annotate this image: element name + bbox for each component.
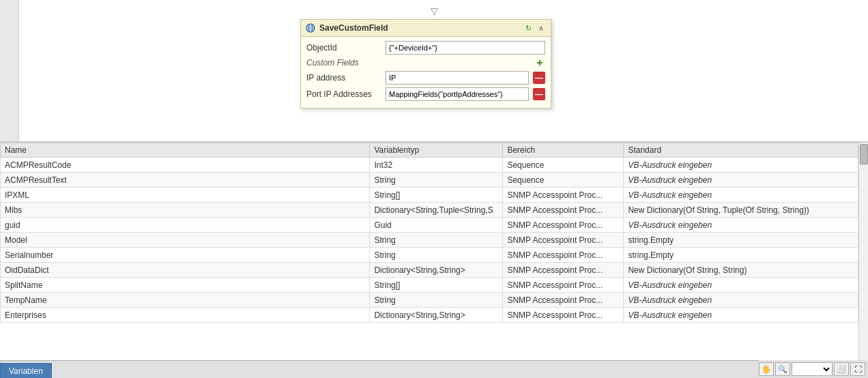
- cell-area: Sequence: [503, 158, 624, 173]
- port-row: Port IP Addresses —: [306, 87, 545, 101]
- cell-standard: VB-Ausdruck eingeben: [624, 218, 858, 233]
- cell-name: Mibs: [1, 203, 370, 218]
- col-header-area: Bereich: [503, 143, 624, 158]
- objectid-row: ObjectId: [306, 41, 545, 55]
- save-custom-field-dialog: SaveCustomField ↻ ∧ ObjectId Custom Fiel…: [300, 19, 551, 108]
- col-header-type: Variablentyp: [370, 143, 503, 158]
- cell-area: Sequence: [503, 173, 624, 188]
- cell-name: guid: [1, 218, 370, 233]
- table-row[interactable]: ACMPResultCodeInt32SequenceVB-Ausdruck e…: [1, 158, 858, 173]
- variables-table: Name Variablentyp Bereich Standard ACMPR…: [0, 143, 858, 323]
- cell-name: TempName: [1, 293, 370, 308]
- zoom-select[interactable]: [792, 362, 833, 376]
- cell-standard: VB-Ausdruck eingeben: [624, 293, 858, 308]
- cell-name: ACMPResultText: [1, 173, 370, 188]
- tab-variablen[interactable]: Variablen: [0, 363, 52, 378]
- dialog-body: ObjectId Custom Fields + IP address — Po…: [301, 37, 551, 108]
- cell-type: String[]: [370, 188, 503, 203]
- refresh-button[interactable]: ↻: [523, 23, 534, 33]
- cell-type: Dictionary<String,String>: [370, 308, 503, 323]
- cell-standard: VB-Ausdruck eingeben: [624, 308, 858, 323]
- cell-standard: string.Empty: [624, 248, 858, 263]
- table-row[interactable]: SplitNameString[]SNMP Accesspoint Proc..…: [1, 278, 858, 293]
- globe-icon: [305, 23, 316, 33]
- port-input[interactable]: [386, 87, 529, 101]
- dialog-title: SaveCustomField: [319, 23, 388, 33]
- remove-port-button[interactable]: —: [533, 88, 545, 100]
- ip-row: IP address —: [306, 71, 545, 85]
- table-row[interactable]: SerialnumberStringSNMP Accesspoint Proc.…: [1, 248, 858, 263]
- cell-name: OidDataDict: [1, 263, 370, 278]
- cell-type: String: [370, 248, 503, 263]
- cell-type: Dictionary<String,Tuple<String,S: [370, 203, 503, 218]
- custom-fields-label: Custom Fields: [306, 58, 359, 68]
- dialog-title-buttons: ↻ ∧: [523, 23, 547, 33]
- table-row[interactable]: EnterprisesDictionary<String,String>SNMP…: [1, 308, 858, 323]
- cell-type: Int32: [370, 158, 503, 173]
- objectid-label: ObjectId: [306, 43, 381, 53]
- cell-type: String: [370, 293, 503, 308]
- canvas-area: ▽ SaveCustomField: [0, 0, 868, 142]
- table-row[interactable]: guidGuidSNMP Accesspoint Proc...VB-Ausdr…: [1, 218, 858, 233]
- cell-standard: VB-Ausdruck eingeben: [624, 158, 858, 173]
- cell-type: String: [370, 173, 503, 188]
- cell-standard: New Dictionary(Of String, Tuple(Of Strin…: [624, 203, 858, 218]
- cell-type: Guid: [370, 218, 503, 233]
- cell-name: SplitName: [1, 278, 370, 293]
- port-label: Port IP Addresses: [306, 89, 381, 99]
- chevron-down-icon: ▽: [431, 5, 438, 16]
- remove-ip-button[interactable]: —: [533, 72, 545, 84]
- cell-standard: string.Empty: [624, 233, 858, 248]
- table-area: Name Variablentyp Bereich Standard ACMPR…: [0, 142, 868, 360]
- dialog-title-left: SaveCustomField: [305, 23, 388, 33]
- collapse-button[interactable]: ∧: [536, 23, 547, 33]
- bottom-toolbar: 🖐 🔍 ⬜ ⛶: [759, 360, 868, 378]
- table-row[interactable]: TempNameStringSNMP Accesspoint Proc...VB…: [1, 293, 858, 308]
- cell-name: Model: [1, 233, 370, 248]
- col-header-name: Name: [1, 143, 370, 158]
- cell-standard: VB-Ausdruck eingeben: [624, 173, 858, 188]
- add-field-button[interactable]: +: [534, 57, 545, 68]
- cell-standard: VB-Ausdruck eingeben: [624, 278, 858, 293]
- scrollbar-thumb[interactable]: [860, 144, 868, 164]
- table-scroll-area[interactable]: Name Variablentyp Bereich Standard ACMPR…: [0, 143, 858, 360]
- left-sidebar: [0, 0, 19, 141]
- custom-fields-header: Custom Fields +: [306, 57, 545, 68]
- cursor-tool-button[interactable]: 🖐: [759, 362, 774, 376]
- cell-area: SNMP Accesspoint Proc...: [503, 308, 624, 323]
- cell-type: String: [370, 233, 503, 248]
- cell-area: SNMP Accesspoint Proc...: [503, 233, 624, 248]
- search-tool-button[interactable]: 🔍: [775, 362, 790, 376]
- table-row[interactable]: OidDataDictDictionary<String,String>SNMP…: [1, 263, 858, 278]
- cell-standard: VB-Ausdruck eingeben: [624, 188, 858, 203]
- cell-area: SNMP Accesspoint Proc...: [503, 293, 624, 308]
- cell-area: SNMP Accesspoint Proc...: [503, 188, 624, 203]
- fullscreen-button[interactable]: ⛶: [850, 362, 865, 376]
- cell-area: SNMP Accesspoint Proc...: [503, 248, 624, 263]
- cell-area: SNMP Accesspoint Proc...: [503, 278, 624, 293]
- cell-type: Dictionary<String,String>: [370, 263, 503, 278]
- ip-label: IP address: [306, 73, 381, 83]
- table-scrollbar[interactable]: [858, 143, 868, 360]
- cell-area: SNMP Accesspoint Proc...: [503, 218, 624, 233]
- dialog-titlebar: SaveCustomField ↻ ∧: [301, 20, 551, 37]
- table-row[interactable]: ModelStringSNMP Accesspoint Proc...strin…: [1, 233, 858, 248]
- cell-area: SNMP Accesspoint Proc...: [503, 263, 624, 278]
- ip-input[interactable]: [386, 71, 529, 85]
- cell-name: Serialnumber: [1, 248, 370, 263]
- objectid-input[interactable]: [386, 41, 545, 55]
- table-container: Name Variablentyp Bereich Standard ACMPR…: [0, 143, 868, 360]
- col-header-standard: Standard: [624, 143, 858, 158]
- main-container: ▽ SaveCustomField: [0, 0, 868, 378]
- table-row[interactable]: ACMPResultTextStringSequenceVB-Ausdruck …: [1, 173, 858, 188]
- cell-name: IPXML: [1, 188, 370, 203]
- cell-name: ACMPResultCode: [1, 158, 370, 173]
- fit-button[interactable]: ⬜: [834, 362, 849, 376]
- table-row[interactable]: MibsDictionary<String,Tuple<String,SSNMP…: [1, 203, 858, 218]
- cell-area: SNMP Accesspoint Proc...: [503, 203, 624, 218]
- cell-type: String[]: [370, 278, 503, 293]
- table-row[interactable]: IPXMLString[]SNMP Accesspoint Proc...VB-…: [1, 188, 858, 203]
- tab-bar: Variablen 🖐 🔍 ⬜ ⛶: [0, 360, 868, 378]
- cell-name: Enterprises: [1, 308, 370, 323]
- cell-standard: New Dictionary(Of String, String): [624, 263, 858, 278]
